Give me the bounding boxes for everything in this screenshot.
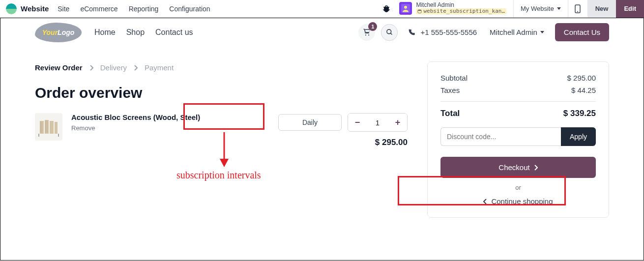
search-button[interactable] [381,24,398,41]
qty-plus-button[interactable]: + [388,114,407,131]
total-value: $ 339.25 [563,109,596,118]
subtotal-value: $ 295.00 [567,74,596,82]
page-viewport: YourLogo Home Shop Contact us 1 +1 555-5… [0,18,644,261]
app-name[interactable]: Website [21,4,49,13]
my-website-dropdown[interactable]: My Website [513,0,568,18]
site-nav: Home Shop Contact us [94,28,193,37]
product-title[interactable]: Acoustic Bloc Screens (Wood, Steel) [71,113,200,121]
qty-minus-button[interactable]: − [348,114,367,131]
step-delivery[interactable]: Delivery [100,63,127,72]
qty-value: 1 [367,118,388,127]
checkout-steps: Review Order Delivery Payment [35,63,408,72]
menu-site[interactable]: Site [58,5,69,13]
chevron-right-icon [134,65,138,71]
svg-rect-10 [45,120,49,134]
site-header: YourLogo Home Shop Contact us 1 +1 555-5… [0,18,644,47]
search-icon [386,29,393,36]
discount-row: Apply [440,127,596,146]
top-menu: Site eCommerce Reporting Configuration [58,5,210,13]
cart-count-badge: 1 [368,22,377,31]
avatar [399,2,412,15]
taxes-label: Taxes [440,86,460,94]
step-review[interactable]: Review Order [35,63,83,72]
cart-button[interactable]: 1 [358,24,375,41]
svg-rect-11 [50,121,54,134]
svg-point-1 [404,6,407,9]
phone-display: +1 555-555-5556 [408,28,477,36]
annotation-arrow [217,131,232,168]
svg-marker-20 [220,159,229,167]
order-summary: Subtotal $ 295.00 Taxes $ 44.25 Total $ … [427,61,609,218]
contact-us-button[interactable]: Contact Us [555,23,609,41]
app-topbar: Website Site eCommerce Reporting Configu… [0,0,644,18]
line-price: $ 295.00 [375,138,408,147]
nav-shop[interactable]: Shop [126,28,145,37]
phone-icon [408,29,415,36]
mobile-preview-button[interactable] [568,0,587,18]
or-text: or [440,184,596,191]
checkout-button[interactable]: Checkout [440,157,596,178]
odoo-logo-icon [6,3,17,14]
discount-input[interactable] [440,127,561,146]
db-icon [417,9,422,14]
svg-point-7 [387,29,391,34]
edit-button[interactable]: Edit [616,0,644,18]
bug-icon[interactable] [382,5,390,13]
quantity-stepper: − 1 + [348,113,408,132]
svg-point-5 [365,34,366,35]
chevron-right-icon [89,65,93,71]
chevron-down-icon [557,7,561,10]
total-label: Total [440,109,460,118]
page-content: Review Order Delivery Payment Order over… [0,47,644,237]
page-title: Order overview [35,85,408,101]
product-thumbnail [35,113,62,141]
subscription-interval-select[interactable]: Daily [278,114,342,131]
svg-line-8 [390,33,392,34]
topbar-user[interactable]: Mitchell Admin website_subscription_kan… [399,2,506,15]
taxes-value: $ 44.25 [571,86,596,94]
svg-point-2 [418,9,421,11]
divider [440,101,596,102]
step-payment[interactable]: Payment [145,63,174,72]
new-button[interactable]: New [587,0,616,18]
chevron-down-icon [540,31,544,33]
site-logo[interactable]: YourLogo [35,23,82,42]
phone-number: +1 555-555-5556 [420,28,477,36]
site-user-dropdown[interactable]: Mitchell Admin [490,28,544,36]
svg-point-6 [368,34,369,35]
chevron-left-icon [483,199,487,204]
remove-link[interactable]: Remove [71,124,200,132]
nav-home[interactable]: Home [94,28,116,37]
nav-contact[interactable]: Contact us [155,28,193,37]
subtotal-label: Subtotal [440,74,468,82]
topbar-context: website_subscription_kan… [416,8,506,14]
apply-button[interactable]: Apply [561,127,596,146]
continue-shopping-link[interactable]: Continue shopping [440,197,596,205]
menu-ecommerce[interactable]: eCommerce [80,5,117,13]
menu-configuration[interactable]: Configuration [169,5,210,13]
annotation-label: subscription intervals [176,170,261,181]
chevron-right-icon [534,165,538,171]
menu-reporting[interactable]: Reporting [129,5,159,13]
mobile-icon [575,4,581,13]
svg-rect-12 [55,122,58,134]
